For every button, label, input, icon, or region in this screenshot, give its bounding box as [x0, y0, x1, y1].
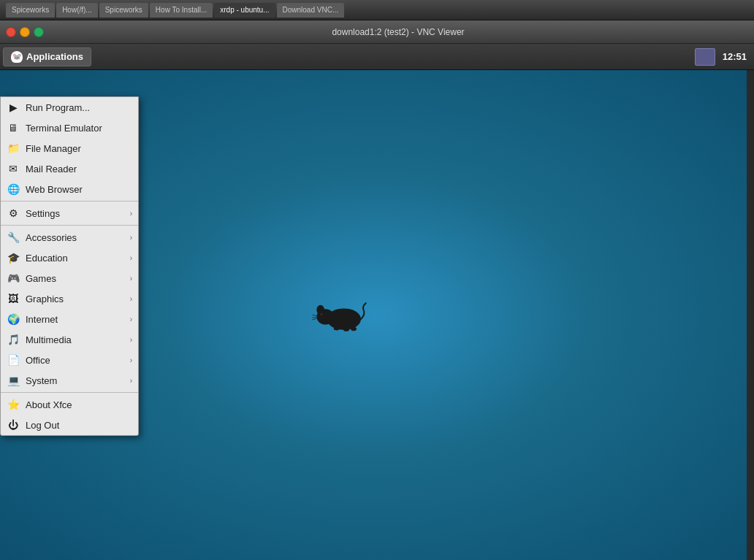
applications-label: Applications — [26, 51, 83, 62]
desktop-taskbar: 🐭 Applications 12:51 — [0, 44, 754, 70]
settings-icon: ⚙ — [7, 207, 20, 220]
menu-separator-2 — [1, 225, 138, 226]
menu-item-log-out[interactable]: ⏻ Log Out — [1, 415, 138, 435]
system-icon: 💻 — [7, 374, 20, 387]
menu-item-mail-reader[interactable]: ✉ Mail Reader — [1, 158, 138, 179]
internet-label: Internet — [26, 314, 124, 325]
menu-item-web-browser[interactable]: 🌐 Web Browser — [1, 179, 138, 199]
svg-line-7 — [313, 315, 317, 315]
menu-item-system[interactable]: 💻 System › — [1, 370, 138, 391]
games-arrow: › — [130, 275, 132, 283]
settings-label: Settings — [26, 208, 124, 219]
menu-item-internet[interactable]: 🌍 Internet › — [1, 309, 138, 329]
applications-menu-button[interactable]: 🐭 Applications — [3, 47, 91, 66]
run-program-icon: ▶ — [7, 101, 20, 114]
graphics-arrow: › — [130, 295, 132, 303]
terminal-icon: 🖥 — [7, 121, 20, 134]
maximize-button[interactable] — [34, 27, 44, 37]
education-arrow: › — [130, 254, 132, 262]
about-xfce-icon: ⭐ — [7, 398, 20, 411]
svg-point-5 — [343, 327, 349, 331]
browser-chrome: Spiceworks How(/f)... Spiceworks How To … — [0, 0, 754, 20]
desktop-scrollbar[interactable] — [747, 70, 754, 560]
menu-item-office[interactable]: 📄 Office › — [1, 350, 138, 370]
browser-tab-3[interactable]: Spiceworks — [99, 3, 148, 18]
browser-tab-5[interactable]: xrdp - ubuntu... — [214, 3, 275, 18]
graphics-label: Graphics — [26, 294, 124, 304]
about-xfce-label: About Xfce — [26, 399, 132, 410]
system-arrow: › — [130, 377, 132, 385]
svg-point-4 — [334, 326, 340, 330]
system-label: System — [26, 375, 124, 386]
menu-item-run-program[interactable]: ▶ Run Program... — [1, 97, 138, 118]
file-manager-icon: 📁 — [7, 142, 20, 155]
browser-tab-4[interactable]: How To Install... — [150, 3, 213, 18]
multimedia-icon: 🎵 — [7, 333, 20, 346]
menu-item-multimedia[interactable]: 🎵 Multimedia › — [1, 329, 138, 350]
browser-tab-1[interactable]: Spiceworks — [6, 3, 55, 18]
terminal-emulator-label: Terminal Emulator — [26, 123, 132, 134]
vnc-window: download1:2 (test2) - VNC Viewer 🐭 Appli… — [0, 20, 754, 560]
vnc-title: download1:2 (test2) - VNC Viewer — [48, 27, 748, 37]
browser-tabs: Spiceworks How(/f)... Spiceworks How To … — [6, 0, 748, 20]
menu-item-terminal-emulator[interactable]: 🖥 Terminal Emulator — [1, 118, 138, 138]
menu-item-about-xfce[interactable]: ⭐ About Xfce — [1, 394, 138, 415]
education-icon: 🎓 — [7, 251, 20, 264]
menu-separator-3 — [1, 392, 138, 393]
svg-point-3 — [321, 313, 323, 315]
run-program-label: Run Program... — [26, 102, 132, 113]
svg-line-8 — [313, 317, 317, 318]
browser-tab-6[interactable]: Download VNC... — [277, 3, 345, 18]
vnc-titlebar: download1:2 (test2) - VNC Viewer — [0, 20, 754, 44]
log-out-label: Log Out — [26, 420, 132, 431]
log-out-icon: ⏻ — [7, 418, 20, 431]
application-menu: ▶ Run Program... 🖥 Terminal Emulator 📁 F… — [0, 96, 139, 436]
office-label: Office — [26, 355, 124, 366]
desktop-mouse-illustration — [310, 292, 368, 338]
mail-reader-icon: ✉ — [7, 162, 20, 175]
menu-item-games[interactable]: 🎮 Games › — [1, 268, 138, 288]
close-button[interactable] — [6, 27, 16, 37]
menu-item-file-manager[interactable]: 📁 File Manager — [1, 138, 138, 158]
accessories-icon: 🔧 — [7, 231, 20, 244]
menu-item-education[interactable]: 🎓 Education › — [1, 248, 138, 268]
settings-arrow: › — [130, 210, 132, 218]
svg-point-6 — [351, 326, 357, 330]
office-arrow: › — [130, 356, 132, 364]
internet-arrow: › — [130, 315, 132, 323]
taskbar-desktop-button[interactable] — [695, 48, 715, 66]
education-label: Education — [26, 253, 124, 264]
window-controls — [6, 27, 44, 37]
menu-separator-1 — [1, 201, 138, 202]
internet-icon: 🌍 — [7, 312, 20, 326]
browser-tab-2[interactable]: How(/f)... — [56, 3, 98, 18]
multimedia-arrow: › — [130, 336, 132, 344]
web-browser-icon: 🌐 — [7, 183, 20, 196]
games-label: Games — [26, 273, 124, 284]
office-icon: 📄 — [7, 353, 20, 367]
file-manager-label: File Manager — [26, 143, 132, 154]
menu-item-graphics[interactable]: 🖼 Graphics › — [1, 288, 138, 309]
vnc-desktop: ▶ Run Program... 🖥 Terminal Emulator 📁 F… — [0, 70, 754, 560]
minimize-button[interactable] — [20, 27, 30, 37]
graphics-icon: 🖼 — [7, 292, 20, 305]
svg-line-9 — [313, 318, 317, 319]
menu-item-accessories[interactable]: 🔧 Accessories › — [1, 227, 138, 248]
xfce-mouse-icon: 🐭 — [11, 51, 23, 63]
games-icon: 🎮 — [7, 272, 20, 285]
multimedia-label: Multimedia — [26, 334, 124, 345]
accessories-label: Accessories — [26, 232, 124, 243]
web-browser-label: Web Browser — [26, 184, 132, 195]
mail-reader-label: Mail Reader — [26, 164, 132, 174]
clock-display: 12:51 — [718, 50, 751, 64]
svg-point-2 — [317, 304, 325, 314]
menu-item-settings[interactable]: ⚙ Settings › — [1, 203, 138, 223]
accessories-arrow: › — [130, 234, 132, 242]
